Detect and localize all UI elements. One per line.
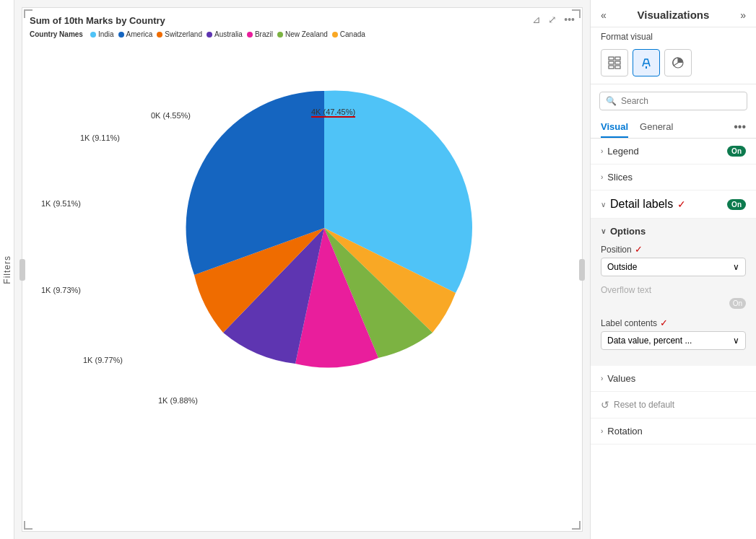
slices-chevron-icon: ›	[601, 173, 603, 181]
svg-rect-0	[609, 57, 614, 60]
filters-panel[interactable]: Filters	[0, 0, 14, 539]
legend-dot-india	[90, 32, 96, 38]
svg-rect-7	[646, 66, 647, 69]
expand-right-button[interactable]: »	[740, 9, 746, 21]
rotation-chevron-icon: ›	[601, 427, 603, 435]
legend-dot-canada	[332, 32, 338, 38]
chart-area: ⊿ ⤢ ••• Sum of 10th Marks by Country Cou…	[22, 7, 583, 532]
panel-title: Visualizations	[638, 9, 710, 21]
legend-text-india: India	[98, 30, 114, 38]
overflow-text-label: Overflow text	[601, 285, 746, 295]
legend-toggle[interactable]: On	[727, 146, 746, 157]
table-format-icon[interactable]	[601, 49, 628, 76]
legend-item-canada: Canada	[332, 30, 365, 38]
chart-toolbar: ⊿ ⤢ •••	[532, 14, 575, 25]
legend-item-newzealand: New Zealand	[277, 30, 328, 38]
legend-item-india: India	[90, 30, 114, 38]
pie-label-america: 1K (9.88%)	[158, 396, 198, 405]
legend-text-canada: Canada	[340, 30, 365, 38]
options-section: ∨ Options Position ✓ Outside ∨ Overflow …	[591, 219, 756, 366]
rotation-label-row: › Rotation	[601, 426, 643, 437]
svg-rect-2	[609, 61, 614, 64]
more-options-icon[interactable]: •••	[564, 14, 575, 25]
legend-item-brazil: Brazil	[247, 30, 273, 38]
search-icon: 🔍	[606, 96, 617, 106]
svg-rect-3	[615, 61, 620, 64]
side-handle-right[interactable]	[579, 259, 585, 281]
visualizations-panel: « Visualizations » Format visual	[590, 0, 756, 539]
svg-rect-4	[609, 66, 614, 69]
filters-label: Filters	[2, 255, 12, 284]
values-section-row[interactable]: › Values	[591, 366, 756, 392]
legend-item-australia: Australia	[207, 30, 243, 38]
panel-header: « Visualizations »	[591, 0, 756, 27]
legend-dot-brazil	[247, 32, 253, 38]
legend-item-america: America	[118, 30, 153, 38]
legend-label-row: › Legend	[601, 146, 639, 157]
rotation-section-row[interactable]: › Rotation	[591, 419, 756, 444]
label-contents-dropdown-chevron-icon: ∨	[733, 336, 739, 346]
detail-labels-header[interactable]: ∨ Detail labels ✓ On	[591, 190, 756, 219]
values-label-row: › Values	[601, 373, 635, 384]
side-handle-left[interactable]	[19, 259, 25, 281]
label-contents-dropdown[interactable]: Data value, percent ... ∨	[601, 331, 746, 350]
resize-handle-tl[interactable]	[24, 9, 32, 18]
position-dropdown[interactable]: Outside ∨	[601, 258, 746, 276]
legend-text-newzealand: New Zealand	[285, 30, 328, 38]
label-contents-checkmark-icon: ✓	[660, 317, 668, 328]
filter-icon[interactable]: ⊿	[532, 14, 541, 25]
label-contents-label: Label contents ✓	[601, 317, 746, 328]
legend-text-switzerland: Switzerland	[165, 30, 202, 38]
tab-general[interactable]: General	[640, 121, 673, 138]
pie-label-australia: 1K (9.73%)	[41, 286, 81, 294]
svg-rect-1	[615, 57, 620, 60]
pie-label-newzealand: 1K (9.11%)	[80, 133, 120, 142]
legend-text-brazil: Brazil	[255, 30, 273, 38]
pie-chart-container: 4K (47.45%) 0K (4.55%) 1K (9.11%) 1K (9.…	[30, 44, 575, 419]
legend-text-america: America	[126, 30, 153, 38]
format-icons-row	[591, 46, 756, 84]
position-dropdown-chevron-icon: ∨	[733, 262, 739, 272]
slices-label-row: › Slices	[601, 172, 633, 183]
search-box[interactable]: 🔍	[599, 92, 747, 110]
legend-dot-switzerland	[157, 32, 162, 38]
position-checkmark-icon: ✓	[635, 244, 643, 255]
panel-content: › Legend On › Slices ∨ Detail labels ✓ O…	[591, 139, 756, 539]
chart-title: Sum of 10th Marks by Country	[30, 15, 575, 26]
legend-chevron-icon: ›	[601, 147, 603, 155]
svg-rect-5	[615, 66, 620, 69]
format-visual-label: Format visual	[591, 27, 756, 46]
pie-label-brazil: 1K (9.51%)	[41, 199, 81, 208]
legend-section-row[interactable]: › Legend On	[591, 139, 756, 165]
legend-text-australia: Australia	[214, 30, 243, 38]
slices-section-row[interactable]: › Slices	[591, 165, 756, 190]
paint-format-icon[interactable]	[633, 49, 660, 76]
reset-section[interactable]: ↺ Reset to default	[591, 392, 756, 419]
tabs-row: Visual General •••	[591, 118, 756, 139]
legend-dot-australia	[207, 32, 212, 38]
search-input[interactable]	[621, 96, 741, 106]
detail-labels-chevron-icon: ∨	[601, 201, 606, 209]
options-title: ∨ Options	[601, 226, 746, 237]
india-label-underline	[311, 116, 355, 118]
tab-visual[interactable]: Visual	[601, 121, 628, 138]
detail-labels-checkmark-icon: ✓	[677, 198, 686, 210]
chart-legend: Country Names India America Switzerland …	[30, 30, 575, 38]
legend-dot-newzealand	[277, 32, 283, 38]
focus-mode-icon[interactable]: ⤢	[548, 14, 557, 25]
more-tab-options[interactable]: •••	[734, 120, 746, 138]
pie-label-india: 4K (47.45%)	[311, 108, 355, 116]
reset-icon: ↺	[601, 399, 609, 411]
position-field-label: Position ✓	[601, 244, 746, 255]
overflow-text-toggle-row: On	[601, 298, 746, 309]
collapse-left-button[interactable]: «	[601, 9, 607, 21]
legend-label: Country Names	[30, 30, 83, 38]
values-chevron-icon: ›	[601, 374, 603, 382]
resize-handle-br[interactable]	[572, 521, 581, 530]
overflow-text-toggle[interactable]: On	[729, 298, 746, 309]
detail-labels-left: ∨ Detail labels ✓	[601, 198, 686, 211]
legend-item-switzerland: Switzerland	[157, 30, 202, 38]
resize-handle-bl[interactable]	[24, 521, 32, 530]
analytics-format-icon[interactable]	[664, 49, 692, 76]
detail-labels-toggle[interactable]: On	[727, 199, 746, 210]
